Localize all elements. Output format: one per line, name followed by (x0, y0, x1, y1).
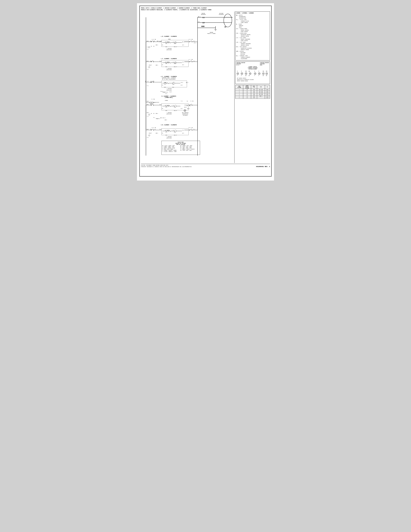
svg-text:LIMITATOR: LIMITATOR (166, 49, 171, 50)
svg-text:4: 4 (145, 82, 146, 83)
svg-text:4: 4 (254, 71, 255, 72)
svg-text:(1D): (1D) (165, 66, 167, 67)
svg-text:R. SW: R. SW (191, 101, 193, 102)
legend-lf: L.F. = LEFT FRONT FRENTE IZQUIERDO AVANT… (236, 37, 269, 41)
svg-text:C.F. ELEMENT / ELEMENTO: C.F. ELEMENT / ELEMENTO (161, 76, 177, 77)
legend-lim: LIM = LIMITER LIMITADOR LIMITEUR (236, 51, 269, 55)
legend-r: R. = RIGHT DERECHO DROIT (236, 24, 269, 28)
svg-text:(1a): (1a) (164, 84, 166, 85)
legend-cf: C.F. = CENTER FRONT FRENTE CENTRAL AVANT… (236, 28, 269, 32)
limiter-diagram: ELEMENT LIMITOR ELEMENTO LIMITADOR LIMIT… (236, 66, 269, 83)
svg-text:C.R. ELEMENT / ELEMENTO: C.R. ELEMENT / ELEMENTO (161, 124, 177, 126)
l2-label: L2 (202, 22, 205, 24)
svg-text:100W: 100W (164, 82, 166, 83)
caution-text: CAUTION: DISCONNECT POWER BEFORE SERVICI… (141, 165, 192, 168)
svg-text:BK-3: BK-3 (147, 61, 149, 62)
svg-text:2: 2 (173, 130, 174, 131)
svg-text:* LIMITER: * LIMITER (166, 136, 171, 137)
l1-label: L1 (202, 17, 205, 19)
svg-text:S1: S1 (151, 113, 152, 114)
svg-text:BL = BLUE / AZUL / BLEU: BL = BLUE / AZUL / BLEU (180, 147, 192, 148)
svg-text:Y-5: Y-5 (181, 101, 182, 102)
svg-text:L.R. SW: L.R. SW (188, 39, 193, 40)
svg-text:2: 2 (173, 41, 174, 43)
legend-pl: P.L. = PILOT LIGHT LAMPARA PILOTO LAMPE … (236, 19, 269, 23)
svg-text:Y-5: Y-5 (147, 137, 149, 138)
svg-point-107 (151, 82, 151, 83)
svg-point-25 (151, 41, 151, 42)
svg-text:COLOR CODE: COLOR CODE (178, 142, 184, 143)
svg-text:EXTERIOR: EXTERIOR (219, 14, 224, 15)
svg-point-27 (153, 41, 154, 42)
svg-text:2A: 2A (266, 71, 267, 72)
svg-text:INTERIOR: INTERIOR (201, 14, 206, 15)
svg-point-45 (192, 41, 192, 42)
svg-text:PK = PINK / ROSA / ROSE: PK = PINK / ROSA / ROSE (180, 150, 192, 151)
svg-text:BK = BLACK / NEGRO / NOIR: BK = BLACK / NEGRO / NOIR (162, 145, 175, 146)
svg-text:BR-5: BR-5 (160, 117, 162, 118)
svg-text:1A: 1A (262, 71, 264, 72)
svg-text:BK-0: BK-0 (147, 112, 149, 113)
svg-point-230 (149, 135, 150, 136)
svg-text:5: 5 (258, 75, 259, 76)
svg-text:PK-5: PK-5 (153, 102, 155, 103)
main-content: INSIDE INTERIOR OUTSIDE EXTERIOR BK-1 L1 (141, 11, 270, 163)
svg-text:R. ELEMENT / ELEMENTO: R. ELEMENT / ELEMENTO (162, 95, 176, 97)
svg-text:(2a): (2a) (174, 132, 176, 133)
svg-text:(1D): (1D) (165, 110, 167, 111)
wire-table-row: 318100EXL-1503321 (235, 92, 270, 94)
svg-point-217 (189, 130, 190, 130)
svg-text:S1: S1 (151, 46, 152, 47)
doc-number: A01099401 REV. A (256, 166, 270, 168)
svg-text:R. SW: R. SW (152, 99, 155, 100)
svg-text:AUX: AUX (151, 103, 152, 104)
svg-text:BK-3: BK-3 (147, 41, 149, 42)
wire-header-gauge: GAUGEMEDIDACALIBRE (243, 85, 251, 89)
svg-text:W-S: W-S (181, 108, 183, 109)
svg-point-200 (151, 130, 151, 130)
svg-text:H: H (176, 46, 177, 48)
svg-text:Y-5: Y-5 (147, 81, 149, 82)
svg-text:(1a): (1a) (165, 63, 167, 64)
svg-line-166 (190, 104, 192, 105)
svg-text:W-S: W-S (182, 64, 184, 66)
svg-text:(2b): (2b) (174, 66, 176, 67)
svg-text:CODIGOS DE COLORES: CODIGOS DE COLORES (175, 143, 186, 144)
wire-table-row: 518200DEW 13122 (235, 95, 270, 97)
svg-text:BR-5: BR-5 (156, 133, 158, 134)
svg-text:BL-6: BL-6 (182, 41, 184, 43)
svg-text:2: 2 (241, 71, 242, 72)
svg-point-202 (153, 130, 154, 130)
svg-text:1B: 1B (262, 75, 264, 76)
wire-header-csa: CSA (257, 85, 265, 89)
svg-text:2B: 2B (266, 75, 267, 76)
svg-text:L.R. SW: L.R. SW (152, 39, 156, 40)
svg-text:R-3: R-3 (193, 61, 195, 62)
bottom-section: CAUTION: DISCONNECT POWER BEFORE SERVICI… (141, 164, 270, 168)
svg-text:W.L.: W.L. (166, 93, 168, 94)
svg-text:4-5: 4-5 (154, 129, 156, 130)
svg-text:LIMITATOR: LIMITATOR (166, 90, 171, 91)
svg-text:1B: 1B (245, 75, 246, 76)
svg-text:BL-5: BL-5 (163, 117, 165, 118)
svg-text:* LIMITER: * LIMITER (166, 112, 171, 113)
svg-text:R-3: R-3 (193, 41, 195, 42)
svg-line-147 (151, 104, 153, 105)
svg-text:PUESTA A TIERRA: PUESTA A TIERRA (207, 33, 216, 34)
svg-text:(WARMING ZONE / ELEMENTO: (WARMING ZONE / ELEMENTO (162, 77, 176, 78)
wire-table-row: 110100EXL-1503321 (235, 89, 270, 90)
svg-text:B-2: B-2 (189, 105, 191, 106)
svg-text:W-S: W-S (181, 85, 183, 86)
svg-text:L.R. ELEMENT / ELEMENTO: L.R. ELEMENT / ELEMENTO (161, 36, 177, 37)
svg-text:BK-5: BK-5 (147, 101, 149, 102)
svg-point-68 (153, 61, 154, 62)
svg-point-109 (153, 82, 154, 83)
outside-label: OUTSIDE (219, 13, 223, 14)
svg-text:(1D): (1D) (165, 47, 167, 48)
svg-point-96 (149, 66, 150, 68)
svg-text:(2a): (2a) (174, 107, 176, 108)
right-panel: LEGEND / LEYENDA / LEGENDE SW = SWITCH I… (234, 11, 270, 163)
svg-point-58 (149, 47, 150, 48)
svg-text:P2: P2 (187, 105, 188, 106)
svg-text:2: 2 (173, 105, 174, 106)
